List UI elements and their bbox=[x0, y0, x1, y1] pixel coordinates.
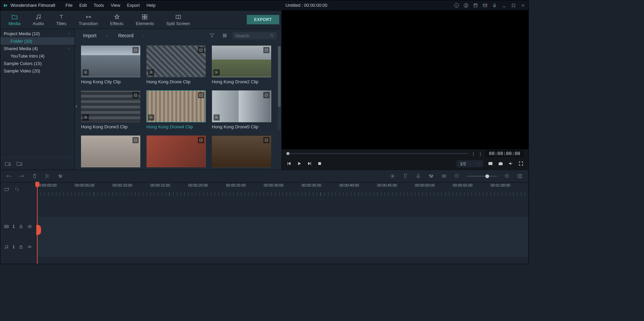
audio-mixer-icon[interactable] bbox=[428, 173, 434, 179]
svg-rect-88 bbox=[418, 174, 419, 177]
sidebar-item-sample-colors[interactable]: Sample Colors (15) bbox=[0, 60, 75, 67]
add-to-timeline-icon[interactable] bbox=[148, 69, 154, 76]
audio-track[interactable]: 1 bbox=[0, 237, 528, 257]
record-dropdown[interactable]: Record bbox=[115, 31, 149, 40]
zoom-out-icon[interactable] bbox=[454, 173, 460, 179]
crop-icon[interactable] bbox=[441, 173, 447, 179]
preview-video[interactable] bbox=[282, 10, 528, 149]
message-icon[interactable] bbox=[482, 3, 488, 8]
stop-icon[interactable] bbox=[317, 161, 322, 166]
redo-icon[interactable] bbox=[19, 173, 25, 179]
zoom-fit-icon[interactable] bbox=[517, 173, 523, 179]
import-dropdown[interactable]: Import bbox=[80, 31, 112, 40]
close-icon[interactable] bbox=[520, 3, 526, 8]
split-icon[interactable] bbox=[44, 173, 51, 179]
svg-rect-72 bbox=[310, 162, 311, 165]
menu-edit[interactable]: Edit bbox=[76, 3, 90, 8]
tab-split-screen[interactable]: Split Screen bbox=[160, 12, 196, 27]
info-icon[interactable] bbox=[454, 3, 459, 8]
tab-audio[interactable]: Audio bbox=[26, 12, 50, 27]
tab-elements[interactable]: Elements bbox=[129, 12, 160, 27]
undo-icon[interactable] bbox=[6, 173, 12, 179]
menu-export[interactable]: Export bbox=[124, 3, 143, 8]
maximize-icon[interactable] bbox=[511, 3, 516, 8]
account-icon[interactable] bbox=[463, 3, 469, 8]
scale-value: 1/2 bbox=[460, 161, 466, 166]
tab-effects[interactable]: Effects bbox=[104, 12, 130, 27]
clip-item[interactable] bbox=[212, 135, 271, 169]
add-folder-icon[interactable] bbox=[4, 160, 11, 167]
snapshot-icon[interactable] bbox=[498, 161, 503, 166]
playhead[interactable] bbox=[37, 183, 38, 264]
minimize-icon[interactable] bbox=[501, 3, 507, 8]
lock-icon[interactable] bbox=[18, 244, 24, 250]
add-to-timeline-icon[interactable] bbox=[83, 114, 89, 121]
tab-transition[interactable]: Transition bbox=[73, 12, 104, 27]
sidebar-item-folder[interactable]: Folder (10) bbox=[0, 37, 75, 45]
chevron-down-icon bbox=[476, 162, 480, 165]
add-to-timeline-icon[interactable] bbox=[148, 114, 154, 121]
grid-view-icon[interactable] bbox=[222, 33, 228, 39]
timeline-ruler[interactable]: 00:00:00:00 00:00:05:00 00:00:10:00 00:0… bbox=[37, 183, 528, 196]
menu-tools[interactable]: Tools bbox=[90, 3, 107, 8]
menu-file[interactable]: File bbox=[62, 3, 76, 8]
clip-item[interactable]: Hong Kong Drone4 Clip bbox=[146, 90, 206, 129]
tab-titles[interactable]: Titles bbox=[50, 12, 73, 27]
quality-icon[interactable] bbox=[488, 161, 493, 166]
sidebar-item-shared-media[interactable]: Shared Media (4) bbox=[0, 45, 75, 52]
link-icon[interactable] bbox=[14, 186, 20, 192]
video-track[interactable]: 1 bbox=[0, 216, 528, 237]
mic-icon[interactable] bbox=[492, 3, 497, 8]
prev-frame-icon[interactable] bbox=[286, 161, 292, 166]
video-track-body[interactable] bbox=[37, 216, 528, 237]
menu-help[interactable]: Help bbox=[143, 3, 159, 8]
svg-rect-6 bbox=[475, 4, 476, 5]
collapse-sidebar-handle[interactable] bbox=[75, 100, 78, 113]
mark-out-button[interactable]: } bbox=[479, 151, 482, 156]
svg-point-34 bbox=[224, 37, 225, 37]
tab-media[interactable]: Media bbox=[2, 12, 26, 27]
fullscreen-icon[interactable] bbox=[518, 161, 524, 166]
remove-folder-icon[interactable] bbox=[16, 160, 23, 167]
clip-item[interactable]: Hong Kong Drone3 Clip bbox=[81, 90, 140, 129]
sidebar-item-project-media[interactable]: Project Media (10) bbox=[0, 30, 75, 37]
marker-icon[interactable] bbox=[402, 173, 408, 179]
filter-icon[interactable] bbox=[209, 33, 215, 39]
ruler-mark: 00:00:20:00 bbox=[188, 183, 226, 196]
export-button[interactable]: EXPORT bbox=[247, 15, 279, 24]
preview-scrubber[interactable] bbox=[286, 153, 468, 154]
preview-scale-select[interactable]: 1/2 bbox=[457, 160, 483, 167]
render-icon[interactable] bbox=[389, 173, 396, 179]
clip-item[interactable] bbox=[146, 135, 206, 169]
add-to-timeline-icon[interactable] bbox=[214, 114, 220, 121]
sidebar-item-sample-video[interactable]: Sample Video (20) bbox=[0, 67, 75, 74]
clip-item[interactable]: Hong Kong City Clip bbox=[81, 45, 140, 84]
svg-point-86 bbox=[60, 177, 60, 177]
voiceover-icon[interactable] bbox=[415, 173, 421, 179]
search-input[interactable] bbox=[235, 33, 270, 38]
volume-icon[interactable] bbox=[508, 161, 514, 166]
clip-item[interactable] bbox=[81, 135, 140, 169]
audio-track-body[interactable] bbox=[37, 237, 528, 257]
save-icon[interactable] bbox=[473, 3, 478, 8]
lock-icon[interactable] bbox=[18, 224, 24, 229]
clip-item[interactable]: Hong Kong Drone Clip bbox=[146, 45, 206, 84]
add-to-timeline-icon[interactable] bbox=[83, 69, 89, 76]
search-box[interactable] bbox=[233, 32, 277, 39]
play-icon[interactable] bbox=[297, 161, 302, 166]
clip-item[interactable]: Hong Kong Drone2 Clip bbox=[212, 45, 271, 84]
visibility-icon[interactable] bbox=[27, 224, 33, 229]
add-to-timeline-icon[interactable] bbox=[214, 69, 220, 76]
add-track-icon[interactable] bbox=[4, 186, 10, 192]
edit-icon[interactable] bbox=[57, 173, 63, 179]
menu-view[interactable]: View bbox=[107, 3, 124, 8]
sidebar-item-youtube-intro[interactable]: YouTube Intro (4) bbox=[0, 52, 75, 60]
clip-item[interactable]: Hong Kong Drone5 Clip bbox=[212, 90, 271, 129]
zoom-slider[interactable] bbox=[467, 176, 497, 177]
next-frame-icon[interactable] bbox=[307, 161, 312, 166]
mute-icon[interactable] bbox=[27, 244, 33, 250]
browser-scrollbar[interactable] bbox=[278, 46, 281, 131]
delete-icon[interactable] bbox=[32, 173, 38, 179]
mark-in-button[interactable]: { bbox=[472, 151, 475, 156]
zoom-in-icon[interactable] bbox=[504, 173, 510, 179]
